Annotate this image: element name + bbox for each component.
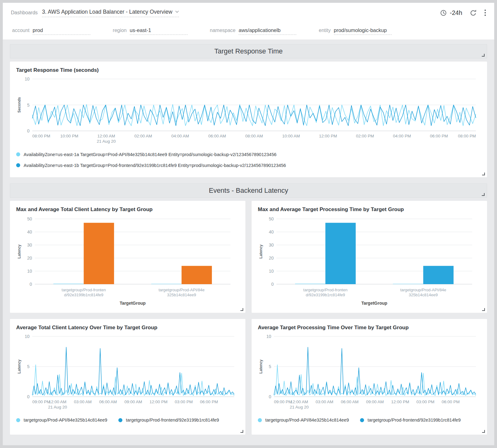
svg-text:5: 5: [27, 364, 30, 369]
legend-item[interactable]: targetgroup/Prod-API/84e325b14c814ee9: [258, 417, 349, 423]
svg-text:08:00 PM: 08:00 PM: [458, 134, 476, 138]
svg-text:03:00 PM: 03:00 PM: [175, 400, 193, 404]
legend-item[interactable]: targetgroup/Prod-frontend/92e3199b1rc814…: [360, 417, 461, 423]
svg-text:06:00 PM: 06:00 PM: [430, 134, 448, 138]
svg-text:30: 30: [269, 242, 274, 247]
panel-target-response-time: Target Response Time (seconds) 0510Secon…: [10, 62, 487, 177]
svg-text:30: 30: [27, 242, 32, 247]
svg-text:08:00 AM: 08:00 AM: [245, 134, 263, 138]
resize-handle-icon[interactable]: [240, 430, 243, 433]
svg-text:50: 50: [269, 216, 274, 221]
filter-label: region: [113, 28, 126, 33]
svg-text:10: 10: [269, 269, 274, 274]
bar-chart-row: Max and Average Total Client Latency by …: [10, 201, 487, 313]
svg-text:09:00 AM: 09:00 AM: [124, 400, 142, 404]
svg-text:TargetGroup: TargetGroup: [120, 301, 146, 306]
svg-text:06:00 AM: 06:00 AM: [99, 400, 117, 404]
svg-text:10: 10: [27, 269, 32, 274]
svg-text:5: 5: [27, 103, 30, 108]
svg-text:Latency: Latency: [17, 359, 21, 374]
timeseries-row: Average Total Client Latency Over Time b…: [10, 319, 487, 435]
time-range-label: -24h: [450, 9, 462, 16]
resize-handle-icon[interactable]: [482, 308, 485, 311]
svg-text:10: 10: [266, 334, 271, 339]
resize-handle-icon[interactable]: [240, 308, 243, 311]
svg-text:10: 10: [25, 334, 30, 339]
filter-namespace-value[interactable]: aws/applicationelb: [239, 27, 296, 35]
svg-text:21 Aug 20: 21 Aug 20: [290, 405, 309, 409]
svg-text:targetgroup/Prod-API/84e: targetgroup/Prod-API/84e: [158, 288, 204, 292]
svg-text:5: 5: [269, 364, 271, 369]
filter-entity-value[interactable]: prod/sumologic-backup: [334, 27, 392, 35]
legend-item[interactable]: targetgroup/Prod-API/84e325b14c814ee9: [16, 417, 107, 423]
client-latency-bar-chart[interactable]: 01020304050Latencytargetgroup/Prod-front…: [16, 215, 239, 308]
filter-account: account prod: [12, 27, 90, 35]
resize-handle-icon[interactable]: [482, 54, 485, 57]
series-color-dot: [16, 163, 20, 167]
series-color-dot: [118, 418, 122, 422]
svg-text:21 Aug 20: 21 Aug 20: [48, 405, 67, 409]
series-color-dot: [16, 418, 20, 422]
svg-text:21 Aug 20: 21 Aug 20: [97, 139, 116, 144]
legend-label: targetgroup/Prod-API/84e325b14c814ee9: [24, 418, 107, 423]
filter-region-value[interactable]: us-east-1: [130, 27, 188, 35]
svg-text:10: 10: [25, 76, 30, 81]
section-header-events-backend-latency: Events - Backend Latency: [10, 183, 487, 198]
svg-text:09:00 PM: 09:00 PM: [32, 400, 50, 404]
svg-text:03:00 AM: 03:00 AM: [316, 400, 333, 404]
filter-entity: entity prod/sumologic-backup: [319, 27, 391, 35]
svg-text:0: 0: [269, 394, 271, 399]
panel-title: Max and Average Target Processing Time b…: [258, 206, 481, 213]
series-color-dot: [360, 418, 364, 422]
legend-item[interactable]: AvailabilityZone=us-east-1b TargetGroup=…: [16, 160, 481, 171]
svg-text:20: 20: [269, 256, 274, 261]
legend-label: AvailabilityZone=us-east-1b TargetGroup=…: [24, 163, 286, 168]
svg-text:06:00 AM: 06:00 AM: [208, 134, 226, 138]
svg-text:0: 0: [30, 282, 32, 287]
filter-account-value[interactable]: prod: [33, 27, 90, 35]
chart-legend: AvailabilityZone=us-east-1a TargetGroup=…: [16, 149, 481, 171]
svg-text:12:00 PM: 12:00 PM: [149, 400, 167, 404]
svg-text:04:00 PM: 04:00 PM: [393, 134, 411, 138]
svg-text:06:00 PM: 06:00 PM: [200, 400, 218, 404]
svg-text:targetgroup/Prod-fronten: targetgroup/Prod-fronten: [62, 288, 106, 292]
svg-text:12:00 AM: 12:00 AM: [290, 400, 308, 404]
svg-text:08:00 PM: 08:00 PM: [32, 134, 50, 138]
resize-handle-icon[interactable]: [482, 193, 485, 196]
time-range-selector[interactable]: -24h: [440, 9, 462, 16]
svg-text:09:00 PM: 09:00 PM: [274, 400, 292, 404]
legend-label: targetgroup/Prod-API/84e325b14c814ee9: [265, 418, 349, 423]
svg-text:d/92e3199b1rc814fe9: d/92e3199b1rc814fe9: [64, 293, 103, 297]
svg-text:02:00 PM: 02:00 PM: [356, 134, 374, 138]
chart-legend: targetgroup/Prod-API/84e325b14c814ee9 ta…: [16, 417, 239, 423]
legend-label: targetgroup/Prod-frontend/92e3199b1rc814…: [367, 418, 461, 423]
chevron-down-icon: [175, 11, 179, 13]
breadcrumb[interactable]: Dashboards: [11, 10, 38, 16]
svg-text:03:00 AM: 03:00 AM: [74, 400, 92, 404]
filter-label: account: [12, 28, 30, 33]
svg-text:targetgroup/Prod-fronten: targetgroup/Prod-fronten: [303, 288, 347, 292]
resize-handle-icon[interactable]: [482, 430, 485, 433]
target-processing-bar-chart[interactable]: 01020304050Latencytargetgroup/Prod-front…: [258, 215, 481, 308]
svg-text:targetgroup/Prod-API/84e: targetgroup/Prod-API/84e: [400, 288, 446, 292]
svg-text:06:00 AM: 06:00 AM: [341, 400, 358, 404]
panel-title: Average Target Processing Time Over Time…: [258, 325, 481, 331]
legend-item[interactable]: AvailabilityZone=us-east-1a TargetGroup=…: [16, 149, 481, 160]
client-latency-line-chart[interactable]: 0510Latency09:00 PM12:00 AM21 Aug 2003:0…: [16, 333, 239, 412]
resize-handle-icon[interactable]: [482, 173, 485, 175]
panel-title: Average Total Client Latency Over Time b…: [16, 325, 239, 331]
response-time-line-chart[interactable]: 0510Seconds08:00 PM10:00 PM12:00 AM21 Au…: [16, 76, 481, 146]
filter-label: namespace: [210, 28, 236, 33]
panel-avg-client-latency-over-time: Average Total Client Latency Over Time b…: [10, 319, 245, 435]
target-processing-line-chart[interactable]: 0510Latency09:00 PM12:00 AM21 Aug 2003:0…: [258, 333, 481, 412]
svg-text:03:00 PM: 03:00 PM: [417, 400, 435, 404]
svg-text:50: 50: [27, 216, 32, 221]
svg-text:04:00 AM: 04:00 AM: [171, 134, 189, 138]
dashboard-title-dropdown[interactable]: 3. AWS Application Load Balancer - Laten…: [42, 9, 179, 17]
legend-item[interactable]: targetgroup/Prod-frontend/92e3199b1rc814…: [118, 417, 219, 423]
svg-text:06:00 PM: 06:00 PM: [442, 400, 460, 404]
refresh-icon[interactable]: [470, 9, 477, 16]
kebab-menu-icon[interactable]: [484, 9, 486, 16]
dashboard-page: Dashboards 3. AWS Application Load Balan…: [3, 3, 494, 445]
svg-text:40: 40: [27, 229, 32, 234]
